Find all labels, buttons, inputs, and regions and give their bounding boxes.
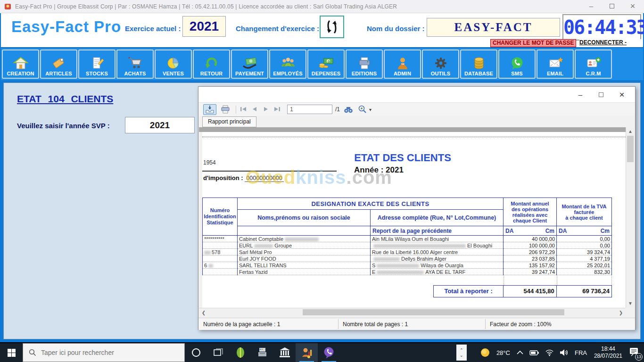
dossier-value-box: EASY-FACT <box>427 18 560 37</box>
change-password-link[interactable]: CHANGER LE MOT DE PASSE <box>490 39 576 47</box>
zoom-button[interactable]: ▾ <box>357 105 372 114</box>
scroll-up-icon[interactable]: ▲ <box>627 128 634 135</box>
col-header-tva: Montant de la TVA facturée à chaque clie… <box>557 198 612 226</box>
taskbar-app-green[interactable] <box>229 343 251 362</box>
taskbar-app-bank[interactable] <box>273 343 296 362</box>
toolbar-button-articles[interactable]: ARTICLES <box>40 49 77 79</box>
vertical-scrollbar[interactable]: ▲ ▼ <box>626 127 634 308</box>
report-year: Année : 2021 <box>354 165 404 175</box>
app-window: Easy-Fact Pro Exercice actuel : 2021 Cha… <box>0 13 644 342</box>
clients-table: Numéro Identification Statistique DESIGN… <box>202 197 612 275</box>
export-icon <box>205 105 215 114</box>
maximize-icon[interactable] <box>591 88 611 101</box>
notification-badge: 13 <box>635 353 643 361</box>
toolbar-button-label: EMAIL <box>547 71 563 76</box>
tab-rapport-principal[interactable]: Rapport principal <box>202 116 256 127</box>
swap-arrows-icon <box>325 19 339 35</box>
search-text-button[interactable] <box>344 106 353 113</box>
cortana-button[interactable] <box>185 343 207 362</box>
tray-time: 18:44 <box>594 346 622 353</box>
taskbar-app-viber[interactable] <box>318 343 340 362</box>
os-titlebar: Easy-Fact Pro | Groupe Elbassit Corp | P… <box>0 0 644 13</box>
clock-date[interactable]: 18:44 28/07/2021 <box>594 346 622 360</box>
toolbar-button-stocks[interactable]: STOCKS <box>78 49 116 79</box>
toolbar-button-database[interactable]: DATABASE <box>460 49 497 79</box>
page-number-input[interactable] <box>287 105 332 114</box>
weather-sun-icon[interactable] <box>480 347 490 358</box>
column-guide <box>504 276 504 285</box>
task-view-button[interactable] <box>207 343 229 362</box>
toolbar-button-depenses[interactable]: 0 DEPENSES <box>307 49 345 79</box>
tag-icon <box>51 57 67 71</box>
next-page-button[interactable] <box>263 105 268 114</box>
scroll-down-icon[interactable]: ▼ <box>627 300 634 307</box>
temperature-label[interactable]: 28°C <box>496 349 510 356</box>
viber-icon <box>323 346 335 359</box>
chevron-up-icon[interactable] <box>516 350 524 355</box>
toolbar-button-editions[interactable]: EDITIONS <box>346 49 383 79</box>
pie-chart-icon <box>165 57 182 71</box>
close-icon[interactable]: × <box>611 88 632 101</box>
search-input[interactable] <box>41 349 173 356</box>
minimize-icon[interactable]: – <box>570 88 591 101</box>
caret-down-icon: ▾ <box>369 107 372 112</box>
status-zoom-factor: Facteur de zoom : 100% <box>490 321 552 328</box>
vertical-scroll-thumb[interactable] <box>627 136 634 162</box>
change-exercice-button[interactable] <box>320 16 344 38</box>
tray-overflow-button[interactable]: ⌃⌃ <box>456 345 467 361</box>
horizontal-scrollbar[interactable]: ❮ ❯ <box>199 308 626 316</box>
horizontal-scroll-thumb[interactable] <box>303 309 564 315</box>
toolbar-button-label: RETOUR <box>200 71 223 76</box>
search-icon <box>29 349 36 356</box>
scroll-right-icon[interactable]: ❯ <box>617 309 625 317</box>
table-row: Eurl JOY FOOD Dellys Brahim Alger 23 037… <box>203 255 612 262</box>
toolbar-button-crm[interactable]: C.R.M <box>575 49 612 79</box>
taskbar-app-easyfact[interactable] <box>296 343 318 362</box>
last-page-button[interactable] <box>274 105 281 114</box>
col-header-montant: Montant annuel des opérations réalisées … <box>504 198 557 226</box>
report-title: ETAT DES CLIENTS <box>334 152 471 164</box>
redacted-text <box>204 251 211 255</box>
table-row: ********** Cabinet Comptable Ain MLila W… <box>203 236 612 242</box>
toolbar-button-retour[interactable]: RETOUR <box>193 49 230 79</box>
binoculars-icon <box>344 106 353 113</box>
taskbar-search-box[interactable] <box>23 343 185 362</box>
close-icon[interactable]: × <box>622 0 643 13</box>
imposition-value: 00000000000 <box>245 175 283 182</box>
year-input[interactable] <box>125 117 195 133</box>
svg-text:DX: DX <box>401 63 404 66</box>
first-page-button[interactable] <box>240 105 247 114</box>
table-row: 578 Sarl Métal Pro Rue de la Liberté 16.… <box>203 249 612 255</box>
toolbar-button-admin[interactable]: DX ADMIN <box>384 49 421 79</box>
toolbar-button-employes[interactable]: EMPLOYÉS <box>269 49 306 79</box>
toolbar-button-sms[interactable]: SMS <box>498 49 536 79</box>
toolbar-button-payement[interactable]: PAYEMENT <box>231 49 268 79</box>
toolbar-button-label: ACHATS <box>124 71 146 76</box>
maximize-icon[interactable] <box>602 0 622 13</box>
speaker-icon[interactable] <box>560 349 569 356</box>
toolbar-button-outils[interactable]: OUTILS <box>422 49 459 79</box>
toolbar-button-email[interactable]: EMAIL <box>537 49 574 79</box>
print-button[interactable] <box>220 105 231 114</box>
minimize-icon[interactable]: – <box>581 0 602 13</box>
status-current-page: Numéro de la page actuelle : 1 <box>203 321 280 328</box>
taskbar-app-register[interactable] <box>251 343 273 362</box>
house-icon <box>13 57 29 71</box>
wifi-icon[interactable] <box>545 349 554 356</box>
return-icon <box>204 57 220 71</box>
toolbar-button-label: ADMIN <box>394 71 411 76</box>
page-top-border <box>202 137 626 137</box>
battery-icon[interactable] <box>529 349 539 357</box>
toolbar-button-creation[interactable]: CREATION <box>2 49 39 79</box>
toolbar-button-ventes[interactable]: VENTES <box>155 49 192 79</box>
export-button[interactable] <box>203 104 216 115</box>
column-guide <box>557 276 557 285</box>
notification-center-button[interactable]: 13 <box>629 347 639 358</box>
admin-icon: DX <box>395 57 411 71</box>
language-indicator[interactable]: FRA <box>575 349 587 356</box>
start-button[interactable] <box>0 343 23 362</box>
toolbar-button-label: DATABASE <box>464 71 493 76</box>
toolbar-button-achats[interactable]: ACHATS <box>116 49 154 79</box>
scroll-left-icon[interactable]: ❮ <box>200 309 207 317</box>
previous-page-button[interactable] <box>252 105 257 114</box>
